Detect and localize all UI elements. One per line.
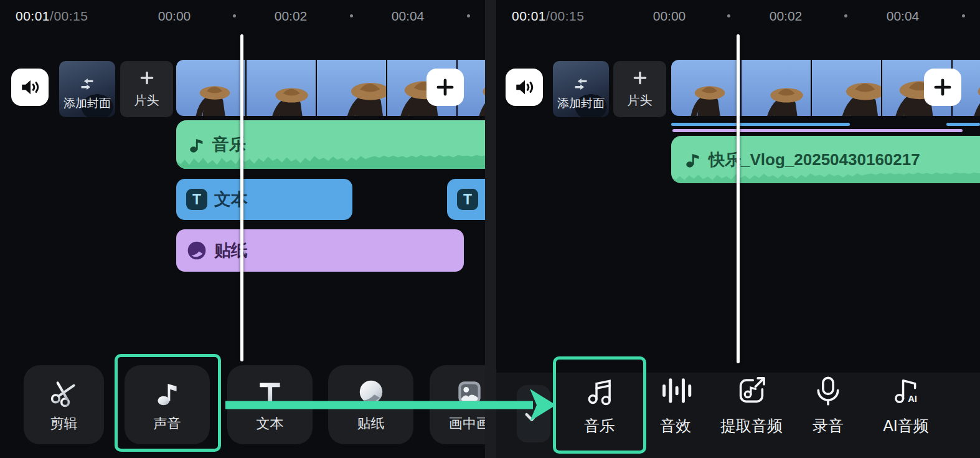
collapsed-text-track[interactable]	[671, 123, 850, 126]
add-cover-label: 添加封面	[557, 95, 605, 112]
timecode-current: 00:01	[16, 9, 50, 23]
video-thumbnail	[176, 60, 245, 116]
ruler-dot	[727, 14, 730, 17]
music-note-icon	[187, 135, 206, 154]
person-silhouette	[250, 68, 316, 116]
timecode-total: 00:15	[54, 9, 88, 23]
music-label: 音乐	[584, 416, 615, 436]
audio-tool-ai-button[interactable]: AI音频	[866, 374, 946, 437]
timecode-current: 00:01	[512, 9, 546, 23]
toolbar-sticker-button[interactable]: 贴纸	[328, 365, 413, 444]
person-silhouette	[745, 68, 811, 116]
audio-tool-record-button[interactable]: 录音	[791, 374, 865, 437]
video-thumbnail	[671, 60, 740, 116]
ruler-tick: 00:00	[653, 9, 686, 24]
toolbar-edit-button[interactable]: 剪辑	[24, 365, 104, 444]
plus-icon	[632, 70, 648, 86]
extract-audio-icon	[735, 375, 768, 407]
ruler-tick: 00:04	[392, 9, 425, 24]
ruler-dot	[467, 14, 470, 17]
pip-label: 画中画	[449, 414, 485, 433]
timecode: 00:01/00:15	[16, 9, 88, 24]
picture-in-picture-icon	[454, 377, 485, 408]
text-icon: T	[186, 189, 207, 210]
sticker-icon	[186, 240, 207, 261]
timecode-total: 00:15	[550, 9, 584, 23]
ruler-tick: 00:02	[770, 9, 803, 24]
swap-arrows-icon	[572, 77, 590, 92]
playhead[interactable]	[737, 34, 740, 363]
music-track-clip[interactable]: 音乐	[176, 120, 485, 169]
sticker-icon	[356, 377, 387, 408]
intro-clip-button[interactable]: 片头	[120, 61, 173, 117]
audio-tool-sfx-button[interactable]: 音效	[638, 374, 713, 437]
add-cover-button[interactable]: 添加封面	[553, 61, 609, 117]
toolbar-text-button[interactable]: 文本	[227, 365, 313, 444]
audio-tool-music-button[interactable]: 音乐	[553, 374, 646, 437]
person-silhouette	[176, 67, 245, 116]
add-clip-button[interactable]	[426, 69, 464, 106]
add-clip-button[interactable]	[924, 69, 961, 106]
text-icon: T	[457, 189, 478, 210]
toolbar-pip-button[interactable]: 画中画	[430, 365, 485, 444]
intro-label: 片头	[134, 92, 159, 109]
text-icon	[255, 377, 286, 408]
plus-icon	[139, 70, 155, 86]
sound-label: 声音	[154, 414, 181, 433]
check-icon	[522, 403, 545, 425]
intro-clip-button[interactable]: 片头	[613, 61, 666, 117]
audio-waveform	[671, 171, 980, 183]
audio-tool-extract-button[interactable]: 提取音频	[710, 374, 793, 437]
equalizer-icon	[659, 375, 692, 407]
extract-label: 提取音频	[720, 416, 783, 436]
person-silhouette	[816, 60, 881, 116]
plus-icon	[932, 77, 953, 98]
add-cover-label: 添加封面	[64, 95, 111, 112]
person-silhouette	[671, 67, 740, 116]
ruler-dot	[350, 14, 353, 17]
ruler-dot	[233, 14, 236, 17]
collapsed-text-track[interactable]	[946, 123, 980, 126]
video-thumbnail	[247, 60, 316, 116]
ruler-tick: 00:02	[275, 9, 308, 24]
after-panel: 00:01/00:15 00:00 00:02 00:04 添加封面 片头	[496, 0, 980, 458]
speaker-icon	[514, 77, 535, 98]
before-panel: 00:01/00:15 00:00 00:02 00:04 添加封面 片头	[0, 0, 485, 458]
music-audio-clip[interactable]: 快乐_Vlog_20250430160217	[671, 136, 980, 183]
toolbar-sound-button[interactable]: 声音	[125, 365, 210, 444]
video-thumbnail	[742, 60, 811, 116]
microphone-icon	[812, 375, 844, 407]
ai-audio-icon	[890, 375, 922, 407]
mute-original-audio-button[interactable]	[11, 69, 49, 106]
swap-arrows-icon	[78, 77, 96, 92]
confirm-button[interactable]	[517, 385, 550, 442]
record-label: 录音	[813, 416, 844, 436]
text-track-clip[interactable]: T 文本	[176, 179, 352, 220]
sticker-track-clip[interactable]: 贴纸	[176, 229, 464, 272]
sticker-label: 贴纸	[357, 414, 385, 433]
video-editor-app: 00:01/00:15 00:00 00:02 00:04 添加封面 片头	[0, 0, 980, 458]
intro-label: 片头	[628, 92, 653, 109]
timecode: 00:01/00:15	[512, 9, 584, 24]
person-silhouette	[321, 60, 386, 116]
playhead[interactable]	[240, 34, 243, 361]
text-label: 文本	[257, 414, 284, 433]
video-thumbnail	[317, 60, 386, 116]
add-cover-button[interactable]: 添加封面	[59, 61, 115, 117]
double-note-icon	[583, 375, 616, 407]
speaker-icon	[19, 77, 40, 98]
ruler-dot	[962, 14, 965, 17]
sfx-label: 音效	[660, 416, 691, 436]
scissors-icon	[49, 377, 80, 408]
text-track-clip-partial[interactable]: T 文本	[447, 179, 485, 220]
edit-label: 剪辑	[50, 414, 78, 433]
ruler-dot	[844, 14, 847, 17]
ruler-tick: 00:00	[158, 9, 191, 24]
mute-original-audio-button[interactable]	[506, 69, 543, 106]
plus-icon	[435, 77, 456, 98]
ai-audio-label: AI音频	[883, 416, 929, 436]
video-thumbnail	[812, 60, 881, 116]
music-note-icon	[684, 150, 702, 169]
ruler-tick: 00:04	[887, 9, 920, 24]
collapsed-sticker-track[interactable]	[672, 129, 963, 132]
